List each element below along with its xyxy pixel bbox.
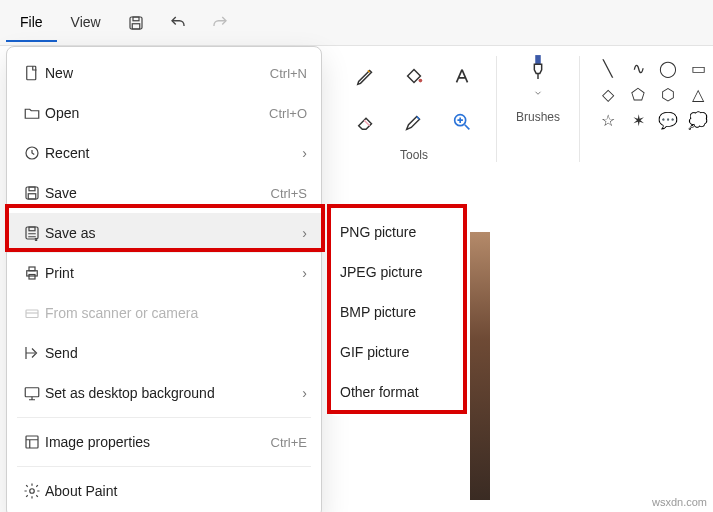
- svg-rect-17: [25, 388, 39, 397]
- file-desktop-bg[interactable]: Set as desktop background ›: [7, 373, 321, 413]
- svg-rect-10: [28, 194, 36, 199]
- file-dropdown: New Ctrl+N Open Ctrl+O Recent › Save Ctr…: [6, 46, 322, 512]
- ribbon: Tools Brushes ╲ ∿ ◯ ▭ ◇ ⬠ ⬡ △ ☆ ✶ 💬 💭: [330, 46, 713, 170]
- file-saveas[interactable]: Save as ›: [7, 213, 321, 253]
- undo-icon: [169, 14, 187, 32]
- svg-rect-5: [535, 55, 541, 64]
- file-properties[interactable]: Image properties Ctrl+E: [7, 422, 321, 462]
- file-new-label: New: [45, 65, 270, 81]
- new-icon: [19, 64, 45, 82]
- fill-tool[interactable]: [403, 65, 425, 87]
- brushes-group-label: Brushes: [516, 110, 560, 124]
- file-send-label: Send: [45, 345, 307, 361]
- diamond-shape[interactable]: ◇: [602, 85, 614, 104]
- saveas-bmp[interactable]: BMP picture: [330, 292, 464, 332]
- saveas-png[interactable]: PNG picture: [330, 212, 464, 252]
- svg-rect-1: [133, 17, 139, 21]
- clock-icon: [19, 144, 45, 162]
- chevron-right-icon: ›: [302, 225, 307, 241]
- speech-shape[interactable]: 💬: [658, 111, 678, 130]
- thought-shape[interactable]: 💭: [688, 111, 708, 130]
- saveas-jpeg[interactable]: JPEG picture: [330, 252, 464, 292]
- chevron-right-icon: ›: [302, 265, 307, 281]
- file-recent[interactable]: Recent ›: [7, 133, 321, 173]
- properties-icon: [19, 433, 45, 451]
- file-scanner-label: From scanner or camera: [45, 305, 307, 321]
- file-recent-label: Recent: [45, 145, 302, 161]
- watermark: wsxdn.com: [652, 496, 707, 508]
- menubar: File View: [0, 0, 713, 46]
- menu-separator: [17, 417, 311, 418]
- file-about[interactable]: About Paint: [7, 471, 321, 511]
- file-print[interactable]: Print ›: [7, 253, 321, 293]
- pentagon-shape[interactable]: ⬠: [631, 85, 645, 104]
- star-shape[interactable]: ☆: [601, 111, 615, 130]
- scanner-icon: [19, 304, 45, 322]
- file-save-accel: Ctrl+S: [271, 186, 307, 201]
- color-picker-tool[interactable]: [403, 111, 425, 133]
- svg-rect-12: [29, 227, 35, 231]
- chevron-down-icon[interactable]: [527, 82, 549, 104]
- file-new[interactable]: New Ctrl+N: [7, 53, 321, 93]
- file-new-accel: Ctrl+N: [270, 66, 307, 81]
- text-tool[interactable]: [451, 65, 473, 87]
- star6-shape[interactable]: ✶: [632, 111, 645, 130]
- folder-icon: [19, 104, 45, 122]
- eraser-tool[interactable]: [355, 111, 377, 133]
- chevron-right-icon: ›: [302, 145, 307, 161]
- canvas-image: [470, 232, 490, 500]
- file-saveas-label: Save as: [45, 225, 302, 241]
- saveas-other[interactable]: Other format: [330, 372, 464, 412]
- tools-group-label: Tools: [400, 148, 428, 162]
- oval-shape[interactable]: ◯: [659, 59, 677, 78]
- share-icon: [19, 344, 45, 362]
- svg-rect-14: [29, 267, 35, 271]
- redo-button: [199, 6, 241, 40]
- tools-group: Tools: [346, 56, 497, 162]
- svg-rect-6: [27, 66, 36, 80]
- file-properties-label: Image properties: [45, 434, 271, 450]
- pencil-tool[interactable]: [355, 65, 377, 87]
- saveas-icon: [19, 224, 45, 242]
- brushes-group: Brushes: [511, 56, 580, 162]
- line-shape[interactable]: ╲: [603, 59, 613, 78]
- magnifier-tool[interactable]: [451, 111, 473, 133]
- file-properties-accel: Ctrl+E: [271, 435, 307, 450]
- desktop-icon: [19, 384, 45, 402]
- saveas-submenu: PNG picture JPEG picture BMP picture GIF…: [330, 208, 464, 416]
- file-save-label: Save: [45, 185, 271, 201]
- redo-icon: [211, 14, 229, 32]
- file-about-label: About Paint: [45, 483, 307, 499]
- svg-point-19: [30, 489, 35, 494]
- svg-rect-18: [26, 436, 38, 448]
- rect-shape[interactable]: ▭: [691, 59, 706, 78]
- view-menu-button[interactable]: View: [57, 4, 115, 42]
- svg-rect-16: [26, 310, 38, 318]
- undo-button[interactable]: [157, 6, 199, 40]
- curve-shape[interactable]: ∿: [632, 59, 645, 78]
- printer-icon: [19, 264, 45, 282]
- file-open[interactable]: Open Ctrl+O: [7, 93, 321, 133]
- brush-button[interactable]: [527, 56, 549, 78]
- file-print-label: Print: [45, 265, 302, 281]
- save-icon: [19, 184, 45, 202]
- svg-point-3: [419, 79, 423, 83]
- chevron-right-icon: ›: [302, 385, 307, 401]
- saveas-gif[interactable]: GIF picture: [330, 332, 464, 372]
- triangle-shape[interactable]: △: [692, 85, 704, 104]
- svg-rect-15: [29, 275, 35, 280]
- hexagon-shape[interactable]: ⬡: [661, 85, 675, 104]
- file-send[interactable]: Send: [7, 333, 321, 373]
- file-open-label: Open: [45, 105, 269, 121]
- menu-separator: [17, 466, 311, 467]
- file-save[interactable]: Save Ctrl+S: [7, 173, 321, 213]
- svg-rect-13: [27, 271, 38, 276]
- file-menu-button[interactable]: File: [6, 4, 57, 42]
- file-scanner: From scanner or camera: [7, 293, 321, 333]
- file-open-accel: Ctrl+O: [269, 106, 307, 121]
- gear-icon: [19, 482, 45, 500]
- svg-rect-9: [29, 187, 35, 191]
- svg-rect-2: [132, 23, 140, 28]
- save-button-icon[interactable]: [115, 6, 157, 40]
- save-icon: [127, 14, 145, 32]
